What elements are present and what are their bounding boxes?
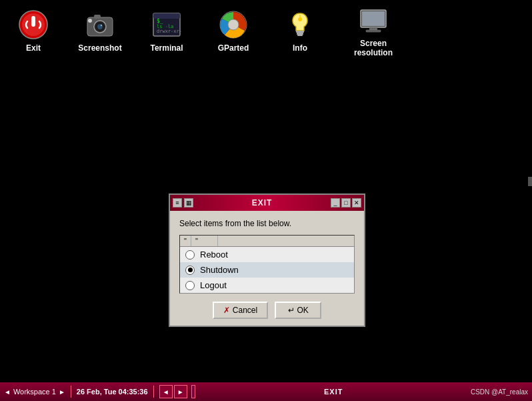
exit-label: Exit bbox=[26, 43, 41, 53]
taskbar-desktop-icon[interactable] bbox=[191, 385, 195, 398]
screenshot-label: Screenshot bbox=[78, 43, 121, 53]
col-header-3 bbox=[218, 236, 354, 246]
taskbar-prev-btn[interactable]: ◄ bbox=[159, 385, 173, 398]
col-header-1: " bbox=[180, 236, 191, 246]
svg-rect-27 bbox=[366, 30, 381, 32]
desktop-icon-terminal[interactable]: $_ ls -la drwxr-xr-x Terminal bbox=[140, 9, 193, 53]
desktop-icon-gparted[interactable]: GParted bbox=[207, 9, 260, 53]
dialog-titlebar: ≡ ▦ EXIT _ □ ✕ bbox=[170, 195, 364, 211]
cancel-label: Cancel bbox=[233, 306, 257, 315]
list-item-reboot[interactable]: Reboot bbox=[180, 247, 354, 262]
radio-reboot[interactable] bbox=[185, 250, 195, 260]
taskbar-workspace: Workspace 1 bbox=[13, 388, 56, 396]
svg-rect-5 bbox=[94, 15, 101, 19]
minimize-btn[interactable]: _ bbox=[331, 198, 340, 208]
label-logout: Logout bbox=[200, 280, 227, 290]
cursor-indicator bbox=[528, 177, 532, 186]
col-header-2: " bbox=[191, 236, 218, 246]
svg-rect-2 bbox=[31, 16, 35, 27]
taskbar-right-arrow[interactable]: ► bbox=[59, 388, 65, 396]
svg-rect-18 bbox=[296, 31, 304, 33]
taskbar-divider-2 bbox=[153, 386, 154, 398]
workspace-label: Workspace 1 bbox=[13, 388, 56, 396]
svg-rect-26 bbox=[369, 27, 377, 30]
taskbar-csdn-label: CSDN @AT_realax bbox=[471, 388, 528, 396]
desktop-toolbar: Exit Screenshot $_ ls -la bbox=[0, 0, 532, 61]
ok-icon: ↵ bbox=[288, 306, 295, 315]
screen-resolution-label: Screen resolution bbox=[340, 39, 407, 57]
app-icon: ▦ bbox=[186, 199, 192, 206]
desktop-area: ≡ ▦ EXIT _ □ ✕ bbox=[0, 60, 532, 374]
camera-icon bbox=[84, 9, 116, 41]
dialog-box: ≡ ▦ EXIT _ □ ✕ bbox=[169, 193, 365, 327]
list-items: Reboot Shutdown Logout bbox=[180, 247, 354, 293]
list-item-shutdown[interactable]: Shutdown bbox=[180, 262, 354, 278]
info-label: Info bbox=[293, 43, 307, 53]
info-icon bbox=[284, 9, 316, 41]
maximize-btn[interactable]: □ bbox=[341, 198, 351, 208]
dialog-body: Select items from the list below. " " Re… bbox=[170, 211, 364, 326]
maximize-icon: □ bbox=[344, 199, 347, 206]
titlebar-icon-btn[interactable]: ▦ bbox=[184, 198, 193, 208]
options-list: " " Reboot Shutdown bbox=[179, 235, 355, 294]
svg-rect-25 bbox=[362, 11, 385, 26]
radio-logout[interactable] bbox=[185, 281, 195, 290]
svg-point-10 bbox=[88, 19, 92, 23]
exit-icon bbox=[17, 9, 49, 41]
taskbar: ◄ Workspace 1 ► 26 Feb, Tue 04:35:36 ◄ ►… bbox=[0, 382, 532, 401]
taskbar-divider-1 bbox=[71, 386, 71, 398]
taskbar-datetime: 26 Feb, Tue 04:35:36 bbox=[77, 388, 148, 396]
cancel-icon: ✗ bbox=[223, 306, 230, 315]
desktop-icon-screen-resolution[interactable]: Screen resolution bbox=[340, 4, 407, 57]
desktop-icon-info[interactable]: Info bbox=[273, 9, 327, 53]
svg-rect-20 bbox=[297, 35, 303, 36]
desktop-icon-exit[interactable]: Exit bbox=[7, 9, 60, 53]
list-item-logout[interactable]: Logout bbox=[180, 278, 354, 293]
close-btn[interactable]: ✕ bbox=[352, 198, 361, 208]
label-reboot: Reboot bbox=[200, 250, 228, 260]
minimize-icon: _ bbox=[333, 199, 337, 206]
desktop-icon-screenshot[interactable]: Screenshot bbox=[73, 9, 127, 53]
cancel-button[interactable]: ✗ Cancel bbox=[213, 302, 268, 319]
dialog-prompt: Select items from the list below. bbox=[179, 219, 355, 228]
dialog-buttons: ✗ Cancel ↵ OK bbox=[179, 302, 355, 319]
taskbar-exit-label: EXIT bbox=[324, 388, 343, 396]
svg-point-9 bbox=[101, 25, 102, 26]
ok-label: OK bbox=[297, 306, 309, 315]
svg-point-17 bbox=[228, 19, 239, 30]
gparted-icon bbox=[217, 9, 249, 41]
menu-icon: ≡ bbox=[175, 199, 179, 206]
titlebar-left: ≡ ▦ bbox=[173, 198, 193, 208]
gparted-label: GParted bbox=[218, 43, 249, 53]
screen-icon bbox=[357, 4, 389, 36]
svg-text:$_: $_ bbox=[157, 18, 163, 24]
titlebar-menu-btn[interactable]: ≡ bbox=[173, 198, 182, 208]
list-header: " " bbox=[180, 236, 354, 247]
ok-button[interactable]: ↵ OK bbox=[275, 302, 321, 319]
taskbar-nav-arrows: ◄ ► bbox=[159, 385, 187, 398]
svg-rect-19 bbox=[297, 33, 303, 35]
close-icon: ✕ bbox=[354, 199, 359, 206]
terminal-label: Terminal bbox=[150, 43, 183, 53]
exit-dialog: ≡ ▦ EXIT _ □ ✕ bbox=[169, 193, 365, 327]
dialog-title: EXIT bbox=[193, 198, 331, 208]
terminal-icon: $_ ls -la drwxr-xr-x bbox=[151, 9, 183, 41]
taskbar-left-arrow[interactable]: ◄ bbox=[4, 388, 11, 396]
titlebar-right: _ □ ✕ bbox=[331, 198, 361, 208]
label-shutdown: Shutdown bbox=[200, 265, 239, 275]
svg-text:drwxr-xr-x: drwxr-xr-x bbox=[157, 29, 182, 34]
radio-shutdown[interactable] bbox=[185, 266, 195, 275]
taskbar-next-btn[interactable]: ► bbox=[174, 385, 187, 398]
